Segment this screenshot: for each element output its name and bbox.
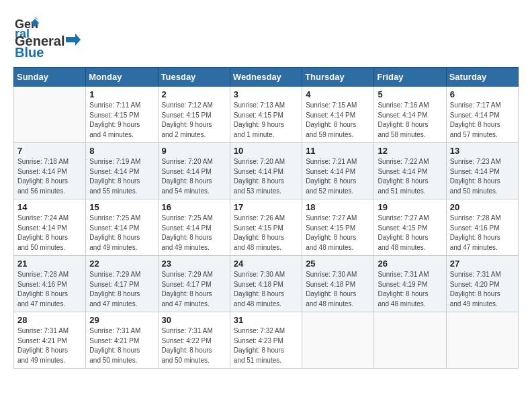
day-info: Sunrise: 7:25 AM Sunset: 4:14 PM Dayligh… [162,214,226,253]
header-thursday: Thursday [302,68,374,87]
logo-text-blue: Blue [15,45,44,60]
day-info: Sunrise: 7:15 AM Sunset: 4:14 PM Dayligh… [306,101,370,140]
day-info: Sunrise: 7:31 AM Sunset: 4:22 PM Dayligh… [162,326,226,365]
day-number: 17 [234,202,298,212]
calendar-cell: 22Sunrise: 7:29 AM Sunset: 4:17 PM Dayli… [86,256,158,312]
day-info: Sunrise: 7:29 AM Sunset: 4:17 PM Dayligh… [89,270,154,309]
page-header: Gene ral General Blue [13,13,519,60]
day-number: 16 [162,202,226,212]
day-info: Sunrise: 7:31 AM Sunset: 4:21 PM Dayligh… [17,326,82,365]
day-number: 26 [378,259,442,269]
header-saturday: Saturday [446,68,518,87]
day-info: Sunrise: 7:29 AM Sunset: 4:17 PM Dayligh… [162,270,226,309]
calendar-cell [446,312,518,369]
calendar-cell: 8Sunrise: 7:19 AM Sunset: 4:14 PM Daylig… [86,143,158,199]
day-number: 25 [306,259,370,269]
day-number: 13 [450,146,515,156]
header-wednesday: Wednesday [230,68,302,87]
day-info: Sunrise: 7:20 AM Sunset: 4:14 PM Dayligh… [234,157,298,196]
day-info: Sunrise: 7:28 AM Sunset: 4:16 PM Dayligh… [450,214,515,253]
calendar-cell: 15Sunrise: 7:25 AM Sunset: 4:14 PM Dayli… [86,199,158,256]
calendar-cell: 1Sunrise: 7:11 AM Sunset: 4:15 PM Daylig… [86,87,158,143]
day-info: Sunrise: 7:13 AM Sunset: 4:15 PM Dayligh… [234,101,298,140]
calendar-cell: 16Sunrise: 7:25 AM Sunset: 4:14 PM Dayli… [158,199,230,256]
calendar-cell: 7Sunrise: 7:18 AM Sunset: 4:14 PM Daylig… [14,143,86,199]
calendar-week-row: 28Sunrise: 7:31 AM Sunset: 4:21 PM Dayli… [14,312,519,369]
day-info: Sunrise: 7:18 AM Sunset: 4:14 PM Dayligh… [17,157,82,196]
day-info: Sunrise: 7:22 AM Sunset: 4:14 PM Dayligh… [378,157,442,196]
calendar-header-row: SundayMondayTuesdayWednesdayThursdayFrid… [14,68,519,87]
header-sunday: Sunday [14,68,86,87]
calendar-cell: 27Sunrise: 7:31 AM Sunset: 4:20 PM Dayli… [446,256,518,312]
day-number: 7 [17,146,82,156]
logo: Gene ral General Blue [13,13,81,60]
calendar-cell: 24Sunrise: 7:30 AM Sunset: 4:18 PM Dayli… [230,256,302,312]
day-info: Sunrise: 7:27 AM Sunset: 4:15 PM Dayligh… [378,214,442,253]
calendar-cell: 13Sunrise: 7:23 AM Sunset: 4:14 PM Dayli… [446,143,518,199]
logo-arrow-icon [66,34,81,46]
day-info: Sunrise: 7:28 AM Sunset: 4:16 PM Dayligh… [17,270,82,309]
calendar-cell: 18Sunrise: 7:27 AM Sunset: 4:15 PM Dayli… [302,199,374,256]
calendar-cell: 12Sunrise: 7:22 AM Sunset: 4:14 PM Dayli… [374,143,446,199]
day-info: Sunrise: 7:16 AM Sunset: 4:14 PM Dayligh… [378,101,442,140]
day-info: Sunrise: 7:24 AM Sunset: 4:14 PM Dayligh… [17,214,82,253]
day-info: Sunrise: 7:30 AM Sunset: 4:18 PM Dayligh… [306,270,370,309]
day-number: 14 [17,202,82,212]
day-info: Sunrise: 7:21 AM Sunset: 4:14 PM Dayligh… [306,157,370,196]
calendar-cell: 11Sunrise: 7:21 AM Sunset: 4:14 PM Dayli… [302,143,374,199]
calendar-cell: 25Sunrise: 7:30 AM Sunset: 4:18 PM Dayli… [302,256,374,312]
day-number: 5 [378,89,442,99]
day-number: 31 [234,315,298,325]
day-info: Sunrise: 7:20 AM Sunset: 4:14 PM Dayligh… [162,157,226,196]
calendar-cell: 14Sunrise: 7:24 AM Sunset: 4:14 PM Dayli… [14,199,86,256]
day-info: Sunrise: 7:30 AM Sunset: 4:18 PM Dayligh… [234,270,298,309]
calendar-cell: 6Sunrise: 7:17 AM Sunset: 4:14 PM Daylig… [446,87,518,143]
day-info: Sunrise: 7:27 AM Sunset: 4:15 PM Dayligh… [306,214,370,253]
calendar-cell: 21Sunrise: 7:28 AM Sunset: 4:16 PM Dayli… [14,256,86,312]
calendar-cell: 4Sunrise: 7:15 AM Sunset: 4:14 PM Daylig… [302,87,374,143]
day-number: 11 [306,146,370,156]
day-number: 10 [234,146,298,156]
calendar-cell: 23Sunrise: 7:29 AM Sunset: 4:17 PM Dayli… [158,256,230,312]
calendar-cell: 29Sunrise: 7:31 AM Sunset: 4:21 PM Dayli… [86,312,158,369]
calendar-week-row: 14Sunrise: 7:24 AM Sunset: 4:14 PM Dayli… [14,199,519,256]
calendar-week-row: 1Sunrise: 7:11 AM Sunset: 4:15 PM Daylig… [14,87,519,143]
day-info: Sunrise: 7:23 AM Sunset: 4:14 PM Dayligh… [450,157,515,196]
calendar-cell: 20Sunrise: 7:28 AM Sunset: 4:16 PM Dayli… [446,199,518,256]
calendar-cell [302,312,374,369]
day-info: Sunrise: 7:11 AM Sunset: 4:15 PM Dayligh… [89,101,154,140]
day-info: Sunrise: 7:32 AM Sunset: 4:23 PM Dayligh… [234,326,298,365]
day-number: 22 [89,259,154,269]
header-monday: Monday [86,68,158,87]
calendar-cell: 17Sunrise: 7:26 AM Sunset: 4:15 PM Dayli… [230,199,302,256]
calendar-cell: 9Sunrise: 7:20 AM Sunset: 4:14 PM Daylig… [158,143,230,199]
day-number: 27 [450,259,515,269]
day-number: 23 [162,259,226,269]
calendar-cell: 30Sunrise: 7:31 AM Sunset: 4:22 PM Dayli… [158,312,230,369]
day-number: 24 [234,259,298,269]
day-number: 1 [89,89,154,99]
calendar-cell: 19Sunrise: 7:27 AM Sunset: 4:15 PM Dayli… [374,199,446,256]
calendar-cell [374,312,446,369]
day-info: Sunrise: 7:19 AM Sunset: 4:14 PM Dayligh… [89,157,154,196]
day-number: 19 [378,202,442,212]
day-number: 12 [378,146,442,156]
calendar-cell: 2Sunrise: 7:12 AM Sunset: 4:15 PM Daylig… [158,87,230,143]
day-info: Sunrise: 7:25 AM Sunset: 4:14 PM Dayligh… [89,214,154,253]
calendar-week-row: 21Sunrise: 7:28 AM Sunset: 4:16 PM Dayli… [14,256,519,312]
calendar-week-row: 7Sunrise: 7:18 AM Sunset: 4:14 PM Daylig… [14,143,519,199]
day-info: Sunrise: 7:31 AM Sunset: 4:19 PM Dayligh… [378,270,442,309]
calendar-cell: 31Sunrise: 7:32 AM Sunset: 4:23 PM Dayli… [230,312,302,369]
day-info: Sunrise: 7:26 AM Sunset: 4:15 PM Dayligh… [234,214,298,253]
calendar-cell: 26Sunrise: 7:31 AM Sunset: 4:19 PM Dayli… [374,256,446,312]
day-number: 8 [89,146,154,156]
day-number: 18 [306,202,370,212]
day-number: 6 [450,89,515,99]
day-number: 30 [162,315,226,325]
calendar-table: SundayMondayTuesdayWednesdayThursdayFrid… [13,67,519,369]
day-number: 21 [17,259,82,269]
calendar-cell: 28Sunrise: 7:31 AM Sunset: 4:21 PM Dayli… [14,312,86,369]
day-number: 9 [162,146,226,156]
day-number: 28 [17,315,82,325]
day-info: Sunrise: 7:12 AM Sunset: 4:15 PM Dayligh… [162,101,226,140]
